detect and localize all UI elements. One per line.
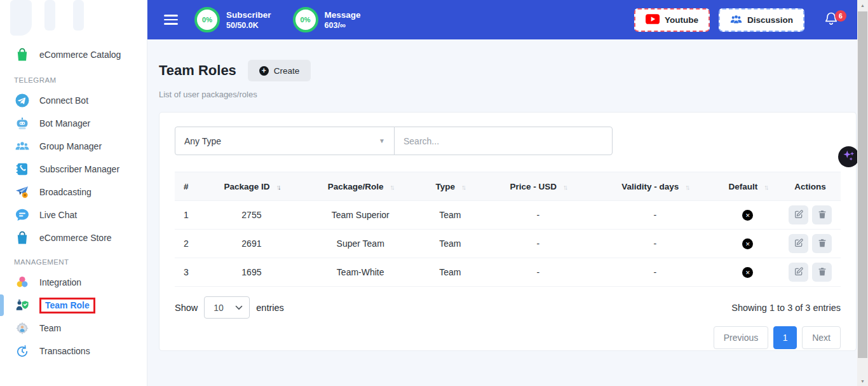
cell-package-role: Team-White bbox=[303, 258, 418, 287]
sidebar-item-ecommerce-catalog[interactable]: eCommerce Catalog bbox=[0, 42, 147, 67]
trash-icon bbox=[817, 266, 827, 279]
column-header-package-id[interactable]: Package ID↑↓ bbox=[200, 172, 302, 201]
trash-button[interactable] bbox=[812, 263, 832, 282]
table-header: #Package ID↑↓Package/Role↑↓Type↑↓Price -… bbox=[175, 172, 841, 201]
column-header-package-role[interactable]: Package/Role↑↓ bbox=[303, 172, 418, 201]
sidebar-item-broadcasting[interactable]: Broadcasting bbox=[0, 181, 147, 203]
cell-actions bbox=[780, 201, 841, 230]
create-button-label: Create bbox=[274, 66, 300, 76]
type-filter-select[interactable]: Any Type ▼ bbox=[175, 127, 395, 155]
cell-default: ✕ bbox=[715, 201, 780, 230]
times-circle-icon: ✕ bbox=[742, 238, 753, 249]
logo-shape bbox=[44, 0, 55, 31]
trash-icon bbox=[817, 238, 827, 250]
roles-table: #Package ID↑↓Package/Role↑↓Type↑↓Price -… bbox=[175, 172, 841, 287]
column-header-price-usd[interactable]: Price - USD↑↓ bbox=[482, 172, 594, 201]
table-row: 12755Team SuperiorTeam--✕ bbox=[175, 201, 841, 230]
scrollbar-down-arrow[interactable]: ▼ bbox=[857, 376, 868, 386]
sidebar-item-integration[interactable]: Integration bbox=[0, 271, 147, 294]
sidebar-item-bot-manager[interactable]: Bot Manager bbox=[0, 112, 147, 135]
edit-button[interactable] bbox=[789, 234, 808, 253]
sidebar-item-label: Bot Manager bbox=[39, 118, 90, 128]
stat-subscriber: 0%Subscriber50/50.0K bbox=[194, 7, 271, 32]
trash-icon bbox=[817, 209, 827, 221]
times-circle-icon: ✕ bbox=[742, 210, 753, 221]
topbar-right: Youtube Discussion 6 bbox=[634, 8, 841, 32]
users-group-icon bbox=[14, 138, 31, 155]
column-header-type[interactable]: Type↑↓ bbox=[418, 172, 482, 201]
sidebar-item-transactions[interactable]: Transactions bbox=[0, 340, 147, 362]
sidebar-item-label: Transactions bbox=[39, 346, 90, 356]
next-page-button[interactable]: Next bbox=[802, 326, 841, 349]
sidebar-item-subscriber-manager[interactable]: Subscriber Manager bbox=[0, 158, 147, 181]
cell-package-id: 1695 bbox=[200, 258, 302, 287]
sidebar-item-label: Integration bbox=[39, 277, 81, 287]
chevron-down-icon bbox=[235, 304, 243, 312]
search-input[interactable] bbox=[394, 127, 613, 155]
scrollbar-up-arrow[interactable]: ▲ bbox=[857, 0, 868, 10]
robot-icon bbox=[14, 115, 31, 132]
stat-value: 603/∞ bbox=[325, 21, 361, 30]
sidebar-item-label: Team Role bbox=[39, 298, 95, 314]
main-area: 0%Subscriber50/50.0K0%Message603/∞ Youtu… bbox=[147, 0, 868, 386]
edit-button[interactable] bbox=[789, 205, 808, 224]
discussion-button[interactable]: Discussion bbox=[719, 8, 804, 32]
cell-package-role: Team Superior bbox=[303, 201, 418, 230]
sidebar-item-ecommerce-store[interactable]: eCommerce Store bbox=[0, 226, 147, 249]
sidebar-item-label: Subscriber Manager bbox=[39, 164, 119, 174]
youtube-button[interactable]: Youtube bbox=[634, 8, 710, 32]
previous-page-button[interactable]: Previous bbox=[714, 326, 768, 349]
cell-validity-days: - bbox=[594, 230, 715, 258]
table-row: 31695Team-WhiteTeam--✕ bbox=[175, 258, 841, 287]
column-label: Default bbox=[728, 182, 757, 191]
entries-label: entries bbox=[256, 303, 284, 313]
vertical-scrollbar[interactable]: ▲ ▼ bbox=[857, 0, 868, 386]
menu-toggle-button[interactable] bbox=[164, 12, 178, 27]
sidebar-item-connect-bot[interactable]: Connect Bot bbox=[0, 89, 147, 112]
cell-price-usd: - bbox=[482, 201, 594, 230]
cell-validity-days: - bbox=[594, 201, 715, 230]
ai-assistant-button[interactable] bbox=[838, 146, 859, 167]
showing-text: Showing 1 to 3 of 3 entries bbox=[731, 303, 841, 313]
trash-button[interactable] bbox=[812, 234, 832, 253]
sidebar-section-label: MANAGEMENT bbox=[0, 249, 147, 271]
table-body: 12755Team SuperiorTeam--✕22691Super Team… bbox=[175, 201, 841, 287]
create-button[interactable]: + Create bbox=[248, 60, 311, 81]
page-1-button[interactable]: 1 bbox=[773, 326, 797, 349]
column-header-validity-days[interactable]: Validity - days↑↓ bbox=[594, 172, 715, 201]
edit-icon bbox=[794, 266, 804, 279]
sort-arrows-icon: ↑↓ bbox=[563, 183, 566, 191]
shopping-bag-green-icon bbox=[14, 46, 31, 63]
topbar: 0%Subscriber50/50.0K0%Message603/∞ Youtu… bbox=[147, 0, 868, 39]
youtube-button-label: Youtube bbox=[665, 15, 698, 25]
contact-book-icon bbox=[14, 161, 31, 177]
sort-arrows-icon: ↑↓ bbox=[276, 183, 279, 191]
trash-button[interactable] bbox=[812, 205, 832, 224]
column-label: Package ID bbox=[224, 182, 269, 191]
sidebar-item-team-role[interactable]: Team Role bbox=[0, 294, 147, 317]
notifications-button[interactable]: 6 bbox=[824, 10, 841, 29]
show-label: Show bbox=[175, 303, 198, 313]
dropdown-arrow-icon: ▼ bbox=[379, 137, 385, 144]
column-header-default[interactable]: Default↑↓ bbox=[715, 172, 780, 201]
cell-actions bbox=[780, 230, 841, 258]
sidebar-item-team[interactable]: Team bbox=[0, 317, 147, 340]
pagination: Previous 1 Next bbox=[175, 326, 841, 349]
page-size-select[interactable]: 10 bbox=[204, 296, 250, 319]
scrollbar-thumb[interactable] bbox=[858, 11, 867, 358]
sidebar-item-label: Team bbox=[39, 323, 61, 333]
column-header-actions: Actions bbox=[780, 172, 841, 201]
type-filter-value: Any Type bbox=[184, 136, 221, 146]
sidebar-item-group-manager[interactable]: Group Manager bbox=[0, 135, 147, 158]
shopping-bag-blue-icon bbox=[14, 230, 31, 246]
edit-button[interactable] bbox=[789, 263, 808, 282]
topbar-stats: 0%Subscriber50/50.0K0%Message603/∞ bbox=[194, 7, 361, 32]
sidebar-item-label: Live Chat bbox=[39, 210, 77, 220]
sidebar-item-live-chat[interactable]: Live Chat bbox=[0, 203, 147, 226]
stat-value: 50/50.0K bbox=[226, 21, 271, 30]
column-label: Price - USD bbox=[510, 182, 557, 191]
cell-default: ✕ bbox=[715, 258, 780, 287]
page-subtitle: List of user packages/roles bbox=[159, 90, 857, 99]
edit-icon bbox=[794, 238, 804, 250]
table-card: Any Type ▼ #Package ID↑↓Package/Role↑↓Ty… bbox=[159, 112, 857, 351]
